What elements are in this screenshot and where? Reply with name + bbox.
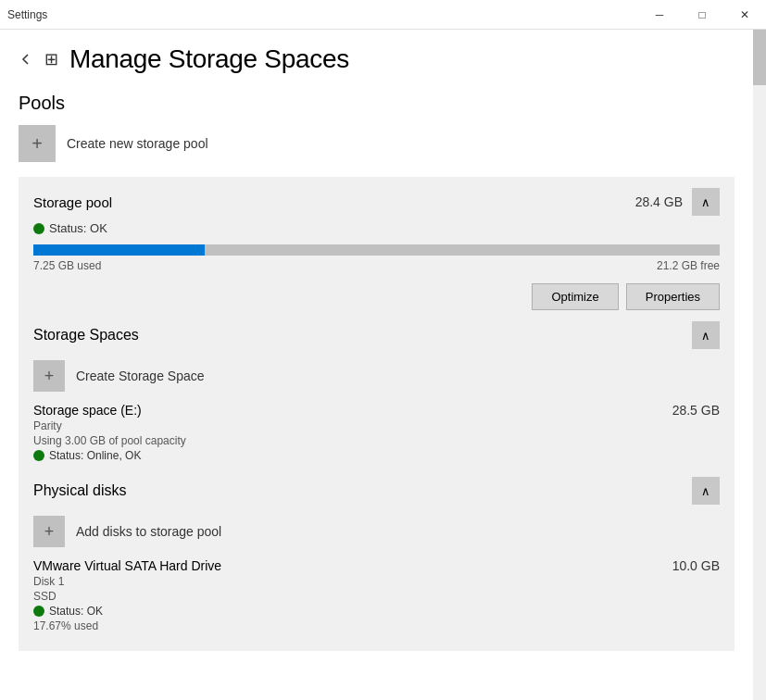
space-size: 28.5 GB bbox=[672, 403, 720, 418]
add-disks-button[interactable]: + Add disks to storage pool bbox=[33, 516, 720, 547]
content-area: ⊞ Manage Storage Spaces Pools + Create n… bbox=[0, 30, 766, 700]
disk-status: Status: OK bbox=[33, 605, 720, 618]
create-pool-plus-icon: + bbox=[19, 125, 56, 162]
scrollbar[interactable] bbox=[753, 30, 766, 700]
storage-pool-card: Storage pool 28.4 GB ∧ Status: OK 7.25 G… bbox=[19, 177, 735, 651]
pool-status: Status: OK bbox=[33, 221, 720, 235]
pool-usage-fill bbox=[33, 244, 205, 256]
pool-usage-bar bbox=[33, 244, 720, 256]
physical-disks-title: Physical disks bbox=[33, 482, 126, 499]
physical-disks-section: Physical disks ∧ + Add disks to storage … bbox=[33, 477, 720, 632]
create-pool-label: Create new storage pool bbox=[67, 136, 208, 151]
scrollbar-thumb[interactable] bbox=[753, 30, 766, 85]
optimize-button[interactable]: Optimize bbox=[532, 283, 618, 310]
home-icon[interactable]: ⊞ bbox=[44, 49, 58, 69]
pool-collapse-button[interactable]: ∧ bbox=[692, 188, 720, 216]
disk-status-label: Status: OK bbox=[49, 605, 103, 618]
space-status-label: Status: Online, OK bbox=[49, 449, 141, 462]
space-status: Status: Online, OK bbox=[33, 449, 720, 462]
disk-size: 10.0 GB bbox=[672, 558, 720, 573]
pool-name: Storage pool bbox=[33, 194, 112, 210]
title-bar: Settings ─ □ ✕ bbox=[0, 0, 766, 30]
pool-header: Storage pool 28.4 GB ∧ bbox=[33, 188, 720, 216]
main-content: ⊞ Manage Storage Spaces Pools + Create n… bbox=[0, 30, 753, 700]
close-button[interactable]: ✕ bbox=[723, 0, 766, 30]
disk-item-header: VMware Virtual SATA Hard Drive 10.0 GB bbox=[33, 558, 720, 573]
title-bar-controls: ─ □ ✕ bbox=[638, 0, 766, 30]
pools-section-title: Pools bbox=[19, 93, 735, 114]
disk-status-icon bbox=[33, 606, 44, 617]
space-name: Storage space (E:) bbox=[33, 403, 142, 418]
back-icon bbox=[19, 52, 33, 67]
add-disks-label: Add disks to storage pool bbox=[76, 524, 221, 539]
storage-spaces-header: Storage Spaces ∧ bbox=[33, 321, 720, 349]
pool-used-label: 7.25 GB used bbox=[33, 259, 101, 272]
add-disk-plus-icon: + bbox=[33, 516, 65, 547]
pool-free-label: 21.2 GB free bbox=[657, 259, 720, 272]
disk-sub: Disk 1 bbox=[33, 575, 720, 588]
page-header: ⊞ Manage Storage Spaces bbox=[0, 30, 753, 81]
pool-usage-labels: 7.25 GB used 21.2 GB free bbox=[33, 259, 720, 272]
create-pool-button[interactable]: + Create new storage pool bbox=[19, 125, 735, 162]
disk-name: VMware Virtual SATA Hard Drive bbox=[33, 558, 221, 573]
physical-disks-collapse-button[interactable]: ∧ bbox=[692, 477, 720, 505]
space-status-icon bbox=[33, 450, 44, 461]
space-type: Parity bbox=[33, 419, 720, 432]
create-space-plus-icon: + bbox=[33, 360, 65, 392]
pool-status-icon bbox=[33, 223, 44, 234]
page-title: Manage Storage Spaces bbox=[69, 44, 349, 74]
back-button[interactable] bbox=[19, 52, 33, 67]
pool-size: 28.4 GB bbox=[635, 194, 683, 209]
pool-status-label: Status: OK bbox=[49, 221, 107, 235]
title-bar-title: Settings bbox=[7, 8, 47, 21]
properties-button[interactable]: Properties bbox=[626, 283, 720, 310]
pool-header-right: 28.4 GB ∧ bbox=[635, 188, 720, 216]
disk-type: SSD bbox=[33, 590, 720, 603]
space-item-header: Storage space (E:) 28.5 GB bbox=[33, 403, 720, 418]
storage-spaces-section: Storage Spaces ∧ + Create Storage Space … bbox=[33, 321, 720, 462]
create-storage-space-button[interactable]: + Create Storage Space bbox=[33, 360, 720, 392]
storage-space-item: Storage space (E:) 28.5 GB Parity Using … bbox=[33, 403, 720, 462]
pool-action-buttons: Optimize Properties bbox=[33, 283, 720, 310]
disk-item: VMware Virtual SATA Hard Drive 10.0 GB D… bbox=[33, 558, 720, 632]
pools-section: Pools + Create new storage pool Storage … bbox=[0, 81, 753, 651]
create-space-label: Create Storage Space bbox=[76, 369, 205, 383]
maximize-button[interactable]: □ bbox=[681, 0, 723, 30]
storage-spaces-title: Storage Spaces bbox=[33, 327, 139, 344]
storage-spaces-collapse-button[interactable]: ∧ bbox=[692, 321, 720, 349]
space-usage: Using 3.00 GB of pool capacity bbox=[33, 434, 720, 447]
physical-disks-header: Physical disks ∧ bbox=[33, 477, 720, 505]
disk-used: 17.67% used bbox=[33, 619, 720, 632]
title-bar-left: Settings bbox=[7, 8, 47, 21]
minimize-button[interactable]: ─ bbox=[638, 0, 681, 30]
